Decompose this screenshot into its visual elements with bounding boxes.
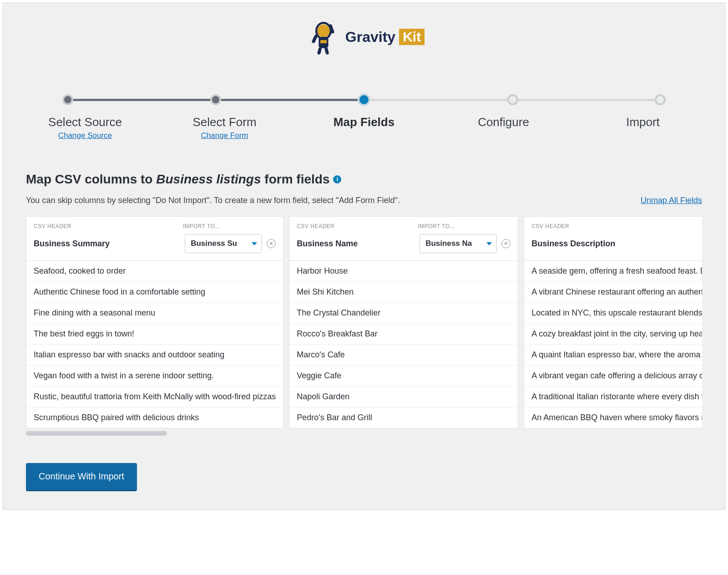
- data-cell: A quaint Italian espresso bar, where the…: [524, 345, 702, 366]
- stepper: [62, 93, 666, 106]
- continue-button[interactable]: Continue With Import: [26, 463, 137, 491]
- unmap-all-link[interactable]: Unmap All Fields: [641, 196, 702, 205]
- data-cell: Located in NYC, this upscale restaurant …: [524, 303, 702, 324]
- import-to-label: IMPORT TO…: [183, 223, 276, 229]
- step-label-3: Map Fields: [323, 115, 405, 129]
- mapping-column: CSV HEADERIMPORT TO…Business Description…: [524, 216, 702, 428]
- clear-mapping-button[interactable]: ✕: [267, 239, 276, 248]
- data-cell: Rustic, beautiful trattoria from Keith M…: [26, 387, 283, 407]
- import-to-select[interactable]: Business Su: [185, 234, 262, 253]
- step-dot-1: [62, 94, 73, 105]
- csv-header-name: Business Description: [531, 239, 702, 249]
- step-label-4: Configure: [463, 115, 545, 129]
- data-cell: Mei Shi Kitchen: [289, 282, 518, 303]
- step-dot-5: [655, 94, 666, 105]
- data-cell: Veggie Cafe: [289, 366, 518, 387]
- chevron-down-icon: [486, 242, 492, 245]
- svg-rect-4: [311, 34, 318, 44]
- stepper-labels: Select Source Change Source Select Form …: [44, 115, 684, 140]
- import-to-select[interactable]: Business Na: [420, 234, 497, 253]
- chevron-down-icon: [252, 242, 257, 245]
- csv-header-label: CSV HEADER: [297, 223, 334, 229]
- step-line-1: [73, 99, 210, 101]
- step-dot-2: [210, 94, 221, 105]
- mapping-column: CSV HEADERIMPORT TO…Business SummaryBusi…: [26, 216, 283, 428]
- step-line-2: [221, 99, 358, 101]
- page-title-form: Business listings: [156, 172, 261, 186]
- change-source-link[interactable]: Change Source: [44, 131, 126, 140]
- import-to-label: IMPORT TO…: [418, 223, 511, 229]
- horizontal-scrollbar[interactable]: [26, 431, 702, 436]
- brand-name-1: Gravity: [345, 29, 395, 46]
- brand-name-2: Kit: [399, 29, 425, 45]
- brand-logo: GravityKit: [26, 3, 702, 71]
- svg-rect-3: [320, 40, 327, 43]
- page-title-prefix: Map CSV columns to: [26, 172, 156, 186]
- data-cell: Authentic Chinese food in a comfortable …: [26, 282, 283, 303]
- mapping-column: CSV HEADERIMPORT TO…Business NameBusines…: [289, 216, 518, 428]
- data-cell: Harbor House: [289, 261, 518, 282]
- step-line-3: [370, 99, 507, 101]
- info-icon[interactable]: i: [333, 175, 341, 183]
- page-title-suffix: form fields: [261, 172, 330, 186]
- svg-rect-6: [317, 47, 322, 55]
- mapping-table: CSV HEADERIMPORT TO…Business SummaryBusi…: [26, 216, 702, 436]
- svg-rect-7: [324, 47, 329, 55]
- step-label-2: Select Form: [184, 115, 266, 129]
- data-cell: Rocco's Breakfast Bar: [289, 324, 518, 345]
- data-cell: Vegan food with a twist in a serene indo…: [26, 366, 283, 387]
- data-cell: An American BBQ haven where smoky flavor…: [524, 407, 702, 428]
- step-label-5: Import: [602, 115, 684, 129]
- svg-point-0: [317, 25, 330, 37]
- data-cell: A cozy breakfast joint in the city, serv…: [524, 324, 702, 345]
- clear-mapping-button[interactable]: ✕: [501, 239, 511, 248]
- data-cell: A vibrant vegan cafe offering a deliciou…: [524, 366, 702, 387]
- data-cell: Napoli Garden: [289, 387, 518, 407]
- csv-header-name: Business Summary: [34, 239, 180, 249]
- data-cell: Seafood, cooked to order: [26, 261, 283, 282]
- data-cell: Italian espresso bar with snacks and out…: [26, 345, 283, 366]
- page-title: Map CSV columns to Business listings for…: [26, 172, 702, 187]
- csv-header-label: CSV HEADER: [34, 223, 71, 229]
- data-cell: Fine dining with a seasonal menu: [26, 303, 283, 324]
- subtext: You can skip columns by selecting "Do No…: [26, 196, 400, 205]
- data-cell: Scrumptious BBQ paired with delicious dr…: [26, 407, 283, 428]
- change-form-link[interactable]: Change Form: [184, 131, 266, 140]
- mascot-icon: [303, 17, 344, 57]
- step-line-4: [518, 99, 655, 101]
- data-cell: A traditional Italian ristorante where e…: [524, 387, 702, 407]
- csv-header-name: Business Name: [297, 239, 415, 249]
- csv-header-label: CSV HEADER: [531, 223, 569, 229]
- data-cell: The Crystal Chandelier: [289, 303, 518, 324]
- data-cell: A vibrant Chinese restaurant offering an…: [524, 282, 702, 303]
- data-cell: Marco's Cafe: [289, 345, 518, 366]
- data-cell: A seaside gem, offering a fresh seafood …: [524, 261, 702, 282]
- step-dot-4: [507, 94, 518, 105]
- step-label-1: Select Source: [44, 115, 126, 129]
- step-dot-3: [358, 93, 370, 106]
- data-cell: The best fried eggs in town!: [26, 324, 283, 345]
- data-cell: Pedro's Bar and Grill: [289, 407, 518, 428]
